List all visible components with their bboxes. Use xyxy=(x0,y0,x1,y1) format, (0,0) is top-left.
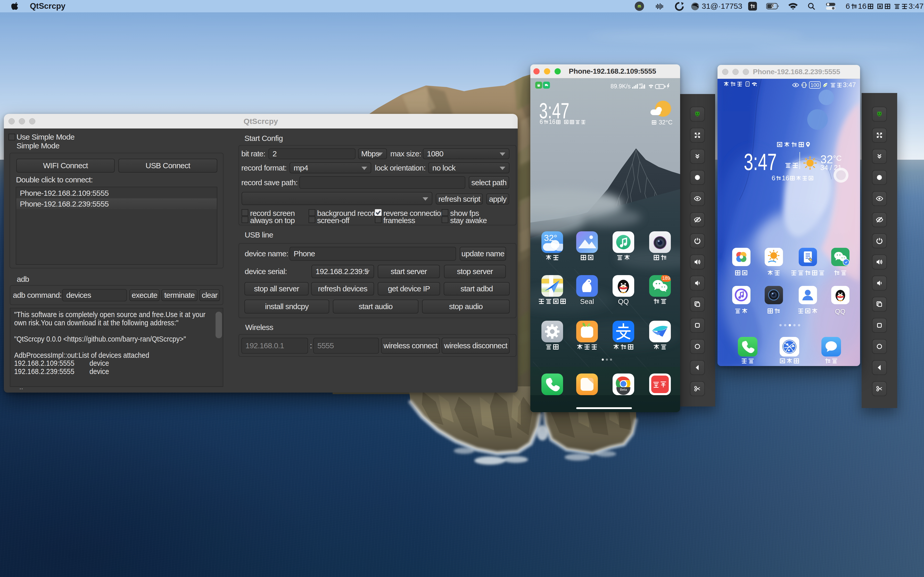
svg-text:HD: HD xyxy=(639,83,643,86)
svg-text:5: 5 xyxy=(658,84,660,89)
svg-text:Beta: Beta xyxy=(620,388,627,392)
svg-text:!: ! xyxy=(747,82,748,86)
